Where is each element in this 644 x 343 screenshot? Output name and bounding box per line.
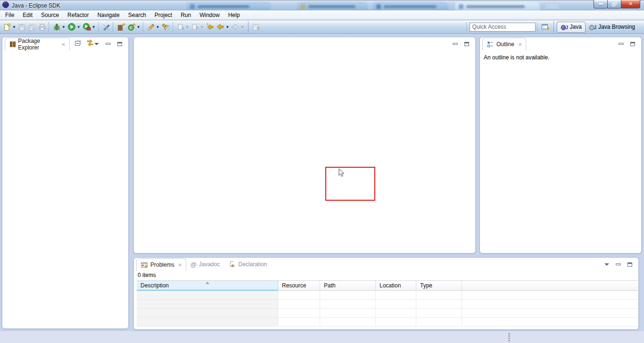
declaration-icon bbox=[228, 261, 236, 268]
javadoc-tab[interactable]: Javadoc bbox=[186, 258, 224, 271]
java-browsing-perspective-button[interactable]: J Java Browsing bbox=[586, 22, 638, 33]
declaration-tab[interactable]: Declaration bbox=[224, 258, 271, 271]
outline-header: Outline bbox=[480, 37, 641, 50]
new-class-button[interactable]: C bbox=[126, 21, 137, 33]
toolbar-separator bbox=[466, 22, 468, 32]
open-perspective-icon bbox=[541, 23, 550, 31]
problems-tab[interactable]: Problems bbox=[136, 258, 186, 271]
pin-editor-button[interactable] bbox=[251, 21, 261, 33]
java-perspective-button[interactable]: J Java bbox=[557, 22, 586, 33]
open-task-button[interactable] bbox=[146, 21, 156, 33]
forward-dropdown[interactable]: ▼ bbox=[240, 25, 245, 29]
previous-annotation-button[interactable] bbox=[190, 21, 200, 33]
trim-drag-handle[interactable] bbox=[508, 333, 510, 342]
minimize-view-icon[interactable] bbox=[106, 43, 111, 45]
crossed-pen-icon bbox=[102, 23, 110, 31]
maximize-view-icon[interactable] bbox=[464, 42, 469, 46]
close-tab-icon[interactable] bbox=[178, 262, 182, 268]
last-edit-location-button[interactable] bbox=[205, 21, 215, 33]
close-tab-icon[interactable] bbox=[518, 42, 522, 47]
close-tab-icon[interactable] bbox=[62, 42, 66, 47]
column-header-type[interactable]: Type bbox=[416, 281, 462, 291]
package-explorer-header: Package Explorer bbox=[2, 37, 128, 50]
problems-tab-label: Problems bbox=[150, 261, 174, 268]
run-button[interactable] bbox=[66, 21, 77, 33]
background-browser-tab bbox=[297, 2, 368, 10]
background-browser-tab bbox=[186, 2, 271, 10]
toolbar-separator bbox=[49, 22, 50, 32]
menu-item-edit[interactable]: Edit bbox=[18, 10, 37, 20]
menu-item-navigate[interactable]: Navigate bbox=[93, 10, 124, 20]
minimize-view-icon[interactable] bbox=[453, 43, 458, 45]
svg-text:J: J bbox=[565, 24, 568, 30]
restore-icon bbox=[612, 2, 617, 7]
back-button[interactable] bbox=[215, 21, 225, 33]
save-button[interactable] bbox=[17, 21, 27, 33]
minimize-window-button[interactable] bbox=[594, 0, 608, 8]
quick-access-input[interactable] bbox=[470, 23, 536, 32]
collapse-all-button[interactable] bbox=[74, 39, 82, 49]
problems-header: Problems Javadoc Declaration bbox=[134, 258, 638, 271]
next-annotation-button[interactable] bbox=[176, 21, 186, 33]
print-icon bbox=[38, 23, 46, 31]
menu-item-refactor[interactable]: Refactor bbox=[63, 10, 93, 20]
next-annotation-dropdown[interactable]: ▼ bbox=[186, 25, 190, 29]
package-explorer-tab[interactable]: Package Explorer bbox=[5, 38, 70, 50]
editor-canvas[interactable] bbox=[134, 50, 475, 253]
column-header-path[interactable]: Path bbox=[320, 281, 376, 291]
run-external-tools-dropdown[interactable]: ▼ bbox=[92, 25, 97, 29]
maximize-view-icon[interactable] bbox=[630, 42, 635, 46]
editor-area-header bbox=[134, 37, 475, 50]
close-icon: ✕ bbox=[628, 1, 633, 7]
debug-button[interactable] bbox=[52, 21, 62, 33]
run-dropdown[interactable]: ▼ bbox=[77, 25, 82, 29]
debug-dropdown[interactable]: ▼ bbox=[62, 25, 66, 29]
save-icon bbox=[18, 23, 26, 31]
title-bar[interactable]: Java - Eclipse SDK ✕ bbox=[0, 0, 644, 10]
pin-editor-icon bbox=[252, 23, 260, 31]
column-header-resource[interactable]: Resource bbox=[278, 281, 320, 291]
window-title: Java - Eclipse SDK bbox=[12, 2, 60, 9]
background-browser-tabs bbox=[182, 0, 587, 10]
link-with-editor-button[interactable] bbox=[86, 39, 94, 49]
restore-window-button[interactable] bbox=[607, 0, 621, 8]
open-perspective-button[interactable] bbox=[540, 21, 551, 33]
menu-item-help[interactable]: Help bbox=[224, 10, 244, 20]
toolbar-divider bbox=[248, 21, 248, 33]
minimize-view-icon[interactable] bbox=[619, 43, 624, 45]
new-java-project-button[interactable] bbox=[116, 21, 126, 33]
menu-item-source[interactable]: Source bbox=[37, 10, 63, 20]
view-menu-icon[interactable] bbox=[604, 263, 609, 266]
column-header-description[interactable]: Description bbox=[137, 281, 278, 291]
java-perspective-label: Java bbox=[570, 24, 582, 30]
new-class-icon: C bbox=[127, 23, 136, 31]
new-class-dropdown[interactable]: ▼ bbox=[137, 25, 141, 29]
back-dropdown[interactable]: ▼ bbox=[225, 25, 230, 29]
menu-item-run[interactable]: Run bbox=[176, 10, 195, 20]
menu-item-file[interactable]: File bbox=[1, 10, 18, 20]
maximize-view-icon[interactable] bbox=[627, 262, 632, 267]
search-button[interactable] bbox=[161, 21, 171, 33]
open-task-dropdown[interactable]: ▼ bbox=[156, 25, 161, 29]
forward-button[interactable] bbox=[230, 21, 240, 33]
minimize-view-icon[interactable] bbox=[616, 263, 621, 265]
column-header-location[interactable]: Location bbox=[376, 281, 416, 291]
crossed-pen-button[interactable] bbox=[101, 21, 111, 33]
menu-item-project[interactable]: Project bbox=[150, 10, 176, 20]
previous-annotation-dropdown[interactable]: ▼ bbox=[200, 25, 205, 29]
print-button[interactable] bbox=[37, 21, 47, 33]
new-wizard-dropdown[interactable]: ▼ bbox=[12, 25, 17, 29]
view-menu-icon[interactable] bbox=[94, 43, 99, 45]
editor-area[interactable] bbox=[133, 37, 476, 253]
run-external-tools-button[interactable] bbox=[82, 21, 92, 33]
close-window-button[interactable]: ✕ bbox=[621, 0, 640, 8]
new-wizard-button[interactable] bbox=[2, 21, 12, 33]
save-all-button[interactable] bbox=[27, 21, 37, 33]
outline-tab[interactable]: Outline bbox=[482, 38, 526, 50]
package-explorer-tab-label: Package Explorer bbox=[18, 38, 58, 51]
menu-item-search[interactable]: Search bbox=[124, 10, 150, 20]
maximize-view-icon[interactable] bbox=[117, 42, 122, 46]
menu-item-window[interactable]: Window bbox=[195, 10, 224, 20]
previous-annotation-icon bbox=[191, 23, 199, 31]
open-task-icon bbox=[147, 23, 155, 31]
